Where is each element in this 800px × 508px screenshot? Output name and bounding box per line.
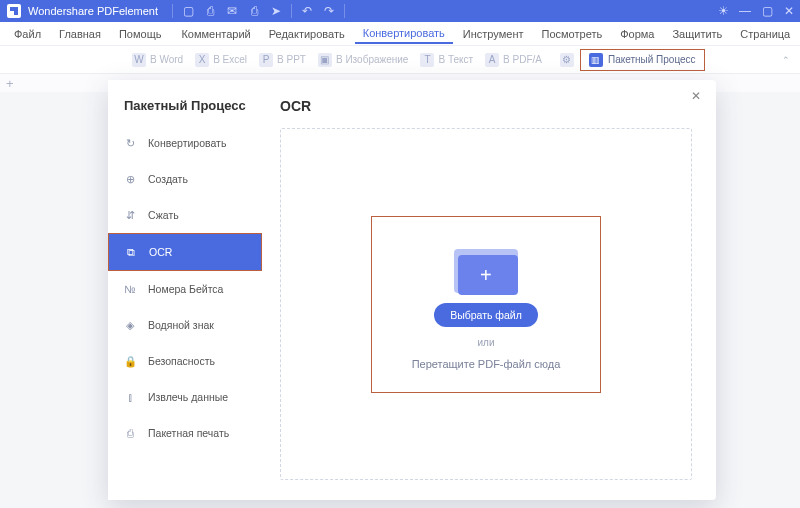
- tool-to-word[interactable]: WВ Word: [126, 51, 189, 69]
- sidebar-item-print[interactable]: ⎙Пакетная печать: [108, 415, 262, 451]
- redo-icon[interactable]: ↷: [318, 1, 340, 21]
- menu-form[interactable]: Форма: [612, 25, 662, 43]
- or-label: или: [477, 337, 494, 348]
- compress-icon: ⇵: [122, 207, 138, 223]
- watermark-icon: ◈: [122, 317, 138, 333]
- drop-inner: + Выбрать файл или Перетащите PDF-файл с…: [371, 216, 602, 393]
- content-title: OCR: [280, 98, 692, 114]
- print-icon: ⎙: [122, 425, 138, 441]
- sidebar-item-watermark[interactable]: ◈Водяной знак: [108, 307, 262, 343]
- menubar: Файл Главная Помощь Комментарий Редактир…: [0, 22, 800, 46]
- gear-icon: ⚙: [560, 53, 574, 67]
- menu-file[interactable]: Файл: [6, 25, 49, 43]
- qat-mail-icon[interactable]: ✉: [221, 1, 243, 21]
- tool-batch-process[interactable]: ▥ Пакетный Процесс: [580, 49, 705, 71]
- tool-to-ppt[interactable]: PВ PPT: [253, 51, 312, 69]
- batch-icon: ▥: [589, 53, 603, 67]
- theme-icon[interactable]: ☀: [712, 1, 734, 21]
- image-icon: ▣: [318, 53, 332, 67]
- tool-settings[interactable]: ⚙: [554, 51, 580, 69]
- toolbar-expand-icon[interactable]: ⌃: [778, 52, 794, 68]
- extract-icon: ⫿: [122, 389, 138, 405]
- add-tab-button[interactable]: +: [6, 76, 22, 91]
- sidebar-item-create[interactable]: ⊕Создать: [108, 161, 262, 197]
- sidebar-item-convert[interactable]: ↻Конвертировать: [108, 125, 262, 161]
- ocr-icon: ⧉: [123, 244, 139, 260]
- drag-label: Перетащите PDF-файл сюда: [412, 358, 561, 370]
- dialog-sidebar: Пакетный Процесс ↻Конвертировать ⊕Создат…: [108, 80, 262, 500]
- tool-to-excel[interactable]: XВ Excel: [189, 51, 253, 69]
- word-icon: W: [132, 53, 146, 67]
- tool-batch-label: Пакетный Процесс: [608, 54, 696, 65]
- dialog-content: OCR + Выбрать файл или Перетащите PDF-фа…: [262, 80, 716, 500]
- menu-view[interactable]: Посмотреть: [534, 25, 611, 43]
- menu-tool[interactable]: Инструмент: [455, 25, 532, 43]
- batch-dialog: ✕ Пакетный Процесс ↻Конвертировать ⊕Созд…: [108, 80, 716, 500]
- sidebar-item-ocr[interactable]: ⧉OCR: [108, 233, 262, 271]
- dialog-title: Пакетный Процесс: [108, 98, 262, 125]
- tool-to-image[interactable]: ▣В Изображение: [312, 51, 414, 69]
- convert-icon: ↻: [122, 135, 138, 151]
- menu-help[interactable]: Помощь: [111, 25, 170, 43]
- sidebar-item-compress[interactable]: ⇵Сжать: [108, 197, 262, 233]
- qat-print-icon[interactable]: ⎙: [243, 1, 265, 21]
- excel-icon: X: [195, 53, 209, 67]
- sidebar-item-bates[interactable]: №Номера Бейтса: [108, 271, 262, 307]
- ppt-icon: P: [259, 53, 273, 67]
- create-icon: ⊕: [122, 171, 138, 187]
- titlebar: Wondershare PDFelement ▢ ⎙ ✉ ⎙ ➤ ↶ ↷ ☀ ―…: [0, 0, 800, 22]
- dialog-close-button[interactable]: ✕: [686, 86, 706, 106]
- dropzone[interactable]: + Выбрать файл или Перетащите PDF-файл с…: [280, 128, 692, 480]
- menu-protect[interactable]: Защитить: [664, 25, 730, 43]
- close-window-button[interactable]: ✕: [778, 1, 800, 21]
- choose-file-button[interactable]: Выбрать файл: [434, 303, 538, 327]
- app-name: Wondershare PDFelement: [28, 5, 168, 17]
- maximize-button[interactable]: ▢: [756, 1, 778, 21]
- pdfa-icon: A: [485, 53, 499, 67]
- text-icon: T: [420, 53, 434, 67]
- minimize-button[interactable]: ―: [734, 1, 756, 21]
- menu-page[interactable]: Страница: [732, 25, 798, 43]
- convert-toolbar: WВ Word XВ Excel PВ PPT ▣В Изображение T…: [0, 46, 800, 74]
- menu-home[interactable]: Главная: [51, 25, 109, 43]
- lock-icon: 🔒: [122, 353, 138, 369]
- menu-convert[interactable]: Конвертировать: [355, 24, 453, 44]
- sidebar-item-security[interactable]: 🔒Безопасность: [108, 343, 262, 379]
- qat-save-icon[interactable]: ⎙: [199, 1, 221, 21]
- app-logo-icon: [4, 1, 24, 21]
- sidebar-item-extract[interactable]: ⫿Извлечь данные: [108, 379, 262, 415]
- qat-share-icon[interactable]: ➤: [265, 1, 287, 21]
- menu-edit[interactable]: Редактировать: [261, 25, 353, 43]
- menu-comment[interactable]: Комментарий: [173, 25, 258, 43]
- bates-icon: №: [122, 281, 138, 297]
- folder-add-icon: +: [454, 243, 518, 293]
- qat-open-icon[interactable]: ▢: [177, 1, 199, 21]
- undo-icon[interactable]: ↶: [296, 1, 318, 21]
- tool-to-pdfa[interactable]: AВ PDF/A: [479, 51, 548, 69]
- tool-to-text[interactable]: TВ Текст: [414, 51, 479, 69]
